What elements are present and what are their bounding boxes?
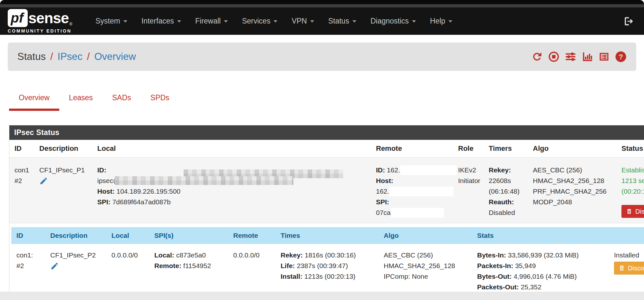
child-header-row: ID Description Local SPI(s) Remote Times…: [11, 227, 644, 244]
chevron-down-icon: [177, 20, 181, 23]
menu-item-diagnostics[interactable]: Diagnostics: [363, 13, 423, 29]
col-header-description: Description: [34, 140, 92, 158]
ike-header-row: ID Description Local Remote Role Timers …: [9, 140, 644, 158]
chevron-down-icon: [352, 20, 356, 23]
tab-spds[interactable]: SPDs: [141, 88, 179, 111]
breadcrumb: Status / IPsec / Overview: [17, 51, 136, 63]
ipsec-status-panel: IPsec Status ID Description Local Remote…: [9, 125, 644, 298]
chevron-down-icon: [123, 20, 127, 23]
page-action-icons: ?: [531, 51, 627, 63]
pfsense-logo[interactable]: pf sense ® COMMUNITY EDITION: [8, 9, 72, 34]
disconnect-button[interactable]: Disconnect: [614, 262, 644, 275]
col-header-role: Role: [453, 140, 484, 158]
col-header-status: Status: [616, 140, 644, 158]
chevron-down-icon: [448, 20, 452, 23]
status-badge: Installed: [614, 250, 644, 260]
col-header-algo: Algo: [379, 227, 472, 244]
cell-id: con1 #2: [9, 158, 34, 223]
col-header-spis: SPI(s): [149, 227, 228, 244]
redacted-block: [400, 165, 457, 175]
col-header-blank: [609, 227, 644, 244]
menu-item-system[interactable]: System: [88, 13, 134, 29]
pfsense-logo-row: pf sense ®: [8, 9, 72, 27]
breadcrumb-link-ipsec[interactable]: IPsec: [58, 51, 83, 63]
table-row: con1 #2 CF1_IPsec_P1 ID: ipsec@a Host: 1…: [9, 158, 644, 223]
cell-status: Established 1213 seconds (00:20:13) Disc…: [616, 158, 644, 223]
cell-local: 0.0.0.0/0: [106, 244, 149, 297]
col-header-local: Local: [92, 140, 371, 158]
menu-item-firewall[interactable]: Firewall: [188, 13, 235, 29]
menu-item-vpn[interactable]: VPN: [284, 13, 321, 29]
col-header-id: ID: [11, 227, 45, 244]
pf-logo-box: pf: [8, 9, 28, 27]
breadcrumb-bar: Status / IPsec / Overview ?: [8, 43, 636, 71]
edit-icon[interactable]: [39, 177, 48, 185]
bar-chart-icon[interactable]: [582, 51, 593, 63]
chevron-down-icon: [412, 20, 416, 23]
redacted-block: [391, 208, 444, 218]
disconnect-button[interactable]: Disconnect: [621, 205, 644, 218]
cell-local: ID: ipsec@a Host: 104.189.226.195:500 SP…: [92, 158, 371, 223]
edit-icon[interactable]: [50, 262, 59, 270]
cell-role: IKEv2 Initiator: [453, 158, 484, 223]
sliders-icon[interactable]: [565, 51, 576, 63]
sign-out-icon[interactable]: [623, 16, 634, 27]
svg-text:?: ?: [619, 53, 623, 61]
pfsense-logo-text: sense: [28, 9, 69, 27]
table-row: con1: #2 CF1_IPsec_P2 0.0.0.0/0 Local: c…: [11, 244, 644, 297]
tab-overview[interactable]: Overview: [9, 88, 59, 111]
ike-sa-table: ID Description Local Remote Role Timers …: [9, 140, 644, 223]
list-icon[interactable]: [598, 51, 610, 63]
registered-mark: ®: [69, 22, 72, 26]
col-header-description: Description: [45, 227, 106, 244]
help-icon[interactable]: ?: [615, 51, 627, 63]
col-header-local: Local: [106, 227, 149, 244]
cell-algo: AES_CBC (256) HMAC_SHA2_256_128 IPComp: …: [379, 244, 472, 297]
window-top-bar: [0, 0, 644, 4]
trash-icon: [626, 208, 632, 215]
cell-description: CF1_IPsec_P1: [34, 158, 92, 223]
child-sa-table: ID Description Local SPI(s) Remote Times…: [11, 227, 644, 297]
cell-stats: Bytes-In: 33,586,939 (32.03 MiB) Packets…: [472, 244, 609, 297]
cell-description: CF1_IPsec_P2: [45, 244, 106, 297]
breadcrumb-separator: /: [87, 51, 90, 63]
col-header-algo: Algo: [528, 140, 616, 158]
menu-item-interfaces[interactable]: Interfaces: [134, 13, 188, 29]
chevron-down-icon: [310, 20, 314, 23]
tab-sads[interactable]: SADs: [102, 88, 141, 111]
top-navbar: pf sense ® COMMUNITY EDITION System Inte…: [0, 7, 644, 35]
cell-remote: 0.0.0.0/0: [228, 244, 275, 297]
col-header-stats: Stats: [472, 227, 609, 244]
panel-title: IPsec Status: [9, 125, 644, 140]
menu-item-services[interactable]: Services: [235, 13, 284, 29]
chevron-down-icon: [224, 20, 228, 23]
chevron-down-icon: [274, 20, 277, 23]
menu-item-help[interactable]: Help: [423, 13, 459, 29]
refresh-icon[interactable]: [531, 51, 543, 63]
cell-remote: ID: 162. Host: 162. SPI: 07ca: [371, 158, 453, 223]
tab-leases[interactable]: Leases: [59, 88, 102, 111]
col-header-remote: Remote: [371, 140, 453, 158]
cell-algo: AES_CBC (256) HMAC_SHA2_256_128 PRF_HMAC…: [528, 158, 616, 223]
status-badge: Established: [621, 165, 644, 175]
cell-timers: Rekey: 22608s (06:16:48) Reauth: Disable…: [484, 158, 528, 223]
menu-item-status[interactable]: Status: [321, 13, 363, 29]
cell-id: con1: #2: [11, 244, 45, 297]
main-menu: System Interfaces Firewall Services VPN …: [88, 13, 459, 29]
stop-icon[interactable]: [548, 51, 560, 63]
breadcrumb-separator: /: [50, 51, 53, 63]
col-header-remote: Remote: [228, 227, 275, 244]
col-header-times: Times: [275, 227, 379, 244]
community-edition-label: COMMUNITY EDITION: [8, 28, 72, 34]
col-header-timers: Timers: [484, 140, 528, 158]
page-footer-strip: [0, 292, 644, 300]
cell-status: Installed Disconnect: [609, 244, 644, 297]
col-header-id: ID: [9, 140, 34, 158]
breadcrumb-link-overview[interactable]: Overview: [94, 51, 136, 63]
subnav-tabs: Overview Leases SADs SPDs: [0, 88, 644, 111]
window-title-strip: [0, 4, 644, 7]
trash-icon: [619, 265, 625, 271]
cell-spis: Local: c873e5a0 Remote: f1154952: [149, 244, 228, 297]
redacted-block: [389, 187, 454, 196]
redacted-block: [115, 176, 293, 185]
